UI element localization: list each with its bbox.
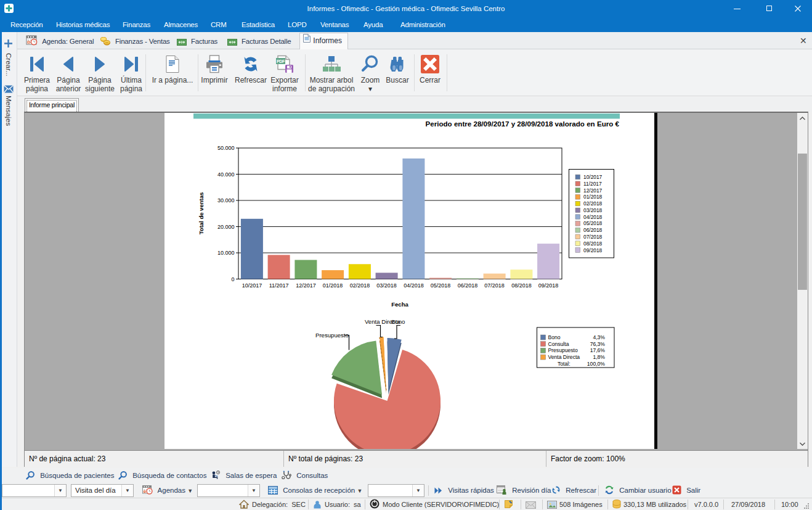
svg-text:05/2018: 05/2018 (431, 282, 451, 289)
svg-text:1,8%: 1,8% (593, 354, 605, 360)
svg-text:76,3%: 76,3% (590, 341, 606, 347)
svg-text:Fecha: Fecha (391, 301, 408, 308)
svg-text:09/2018: 09/2018 (583, 247, 603, 253)
svg-text:Total de ventas: Total de ventas (198, 192, 205, 234)
svg-text:03/2018: 03/2018 (376, 282, 397, 289)
svg-text:Periodo entre 28/09/2017 y 28/: Periodo entre 28/09/2017 y 28/09/2018 va… (426, 120, 620, 128)
svg-text:01/2018: 01/2018 (323, 282, 343, 289)
svg-text:Venta Directa: Venta Directa (548, 354, 580, 360)
svg-text:10/2017: 10/2017 (583, 174, 603, 180)
svg-text:30.000: 30.000 (217, 197, 235, 204)
svg-text:05/2018: 05/2018 (583, 220, 603, 226)
svg-text:07/2018: 07/2018 (484, 282, 505, 289)
svg-text:Presupuesto: Presupuesto (315, 332, 349, 339)
svg-text:Consulta: Consulta (548, 341, 569, 347)
svg-text:02/2018: 02/2018 (350, 282, 370, 289)
svg-text:4,3%: 4,3% (593, 334, 605, 340)
svg-text:03/2018: 03/2018 (583, 207, 603, 213)
svg-text:04/2018: 04/2018 (583, 214, 603, 220)
svg-text:06/2018: 06/2018 (583, 227, 603, 233)
svg-text:Presupuesto: Presupuesto (548, 347, 578, 353)
svg-text:50.000: 50.000 (217, 145, 235, 151)
svg-text:10.000: 10.000 (217, 250, 235, 256)
svg-text:08/2018: 08/2018 (511, 282, 532, 289)
svg-text:20.000: 20.000 (217, 224, 235, 230)
svg-text:11/2017: 11/2017 (583, 181, 602, 187)
svg-text:08/2018: 08/2018 (583, 241, 603, 247)
svg-text:40.000: 40.000 (217, 171, 235, 178)
svg-text:Total:: Total: (558, 361, 570, 367)
svg-text:10/2017: 10/2017 (242, 282, 262, 289)
svg-text:PDF: PDF (277, 59, 285, 64)
svg-text:12/2017: 12/2017 (296, 282, 316, 289)
svg-text:06/2018: 06/2018 (458, 282, 478, 289)
svg-text:04/2018: 04/2018 (404, 282, 424, 289)
svg-text:09/2018: 09/2018 (538, 282, 559, 289)
svg-text:11/2017: 11/2017 (269, 282, 289, 289)
svg-text:100,0%: 100,0% (587, 361, 606, 367)
svg-text:12/2017: 12/2017 (583, 187, 603, 194)
svg-text:Bono: Bono (391, 318, 405, 325)
svg-text:0: 0 (231, 276, 234, 282)
svg-text:Bono: Bono (548, 334, 561, 340)
svg-text:07/2018: 07/2018 (583, 234, 603, 240)
svg-text:01/2018: 01/2018 (583, 194, 603, 200)
svg-text:02/2018: 02/2018 (583, 200, 603, 207)
svg-text:17,6%: 17,6% (590, 347, 606, 353)
